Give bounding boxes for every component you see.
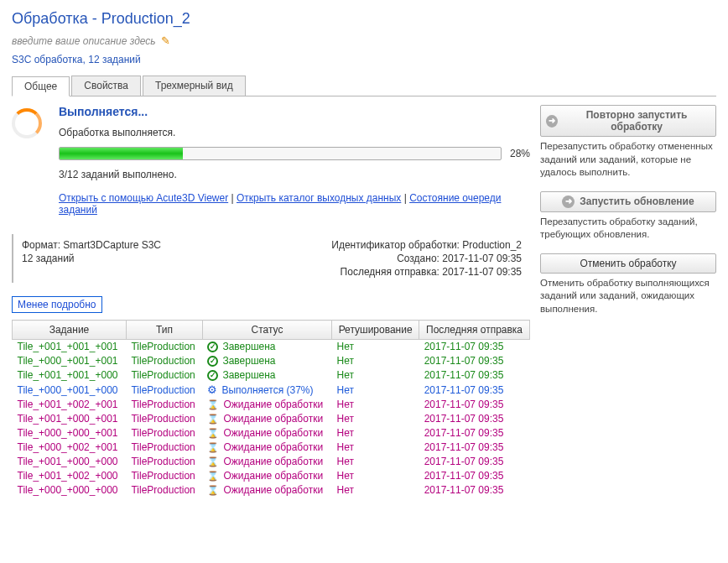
open-viewer-link[interactable]: Открыть с помощью Acute3D Viewer: [59, 192, 228, 204]
cell-status-text: Завершена: [222, 369, 275, 381]
cell-retouch: Нет: [332, 368, 419, 383]
cell-type: TileProduction: [126, 340, 202, 354]
table-row[interactable]: Tile_+001_+002_+001TileProduction⌛Ожидан…: [13, 398, 530, 412]
cell-last-send: 2017-11-07 09:35: [419, 483, 530, 498]
cell-task: Tile_+001_+001_+001: [13, 340, 127, 354]
hourglass-icon: ⌛: [207, 485, 219, 496]
table-row[interactable]: Tile_+001_+001_+001TileProductionЗаверше…: [13, 340, 530, 354]
col-status[interactable]: Статус: [202, 321, 331, 340]
table-row[interactable]: Tile_+000_+001_+001TileProductionЗаверше…: [13, 354, 530, 368]
cell-type: TileProduction: [126, 354, 202, 368]
table-row[interactable]: Tile_+001_+002_+000TileProduction⌛Ожидан…: [13, 469, 530, 483]
cancel-button-label: Отменить обработку: [580, 258, 676, 269]
description-row: введите ваше описание здесь ✎: [12, 34, 716, 47]
cell-status-text: Ожидание обработки: [223, 484, 323, 496]
table-row[interactable]: Tile_+000_+000_+001TileProduction⌛Ожидан…: [13, 426, 530, 440]
cell-status-text: Завершена: [222, 355, 275, 367]
meta-format: Формат: Smart3DCapture S3C: [22, 239, 161, 251]
progress-note: 3/12 заданий выполнено.: [59, 169, 530, 180]
cell-last-send: 2017-11-07 09:35: [419, 440, 530, 455]
edit-description-icon[interactable]: ✎: [161, 34, 170, 47]
cell-status-text: Выполняется (37%): [221, 384, 313, 396]
cell-last-send: 2017-11-07 09:35: [419, 368, 530, 383]
subtitle: S3C обработка, 12 заданий: [12, 54, 716, 65]
cell-retouch: Нет: [332, 354, 419, 368]
cell-task: Tile_+000_+000_+001: [13, 426, 127, 440]
meta-id: Идентификатор обработки: Production_2: [331, 239, 522, 251]
hourglass-icon: ⌛: [207, 456, 219, 467]
cell-status: ⌛Ожидание обработки: [202, 412, 331, 426]
tab-3d-view[interactable]: Трехмерный вид: [143, 76, 246, 96]
link-separator: |: [401, 192, 409, 204]
gear-icon: ⚙: [207, 383, 217, 396]
table-row[interactable]: Tile_+001_+000_+001TileProduction⌛Ожидан…: [13, 412, 530, 426]
table-row[interactable]: Tile_+000_+001_+000TileProduction⚙Выполн…: [13, 383, 530, 398]
cell-retouch: Нет: [332, 483, 419, 498]
cell-type: TileProduction: [126, 398, 202, 412]
meta-last-send: Последняя отправка: 2017-11-07 09:35: [331, 266, 522, 278]
cell-type: TileProduction: [126, 426, 202, 440]
table-row[interactable]: Tile_+001_+000_+000TileProduction⌛Ожидан…: [13, 455, 530, 469]
table-row[interactable]: Tile_+001_+001_+000TileProductionЗаверше…: [13, 368, 530, 383]
cell-status-text: Ожидание обработки: [223, 399, 323, 410]
tab-properties[interactable]: Свойства: [71, 76, 141, 96]
cell-status: ⌛Ожидание обработки: [202, 455, 331, 469]
less-detail-button[interactable]: Менее подробно: [12, 296, 102, 313]
col-retouch[interactable]: Ретуширование: [332, 321, 419, 340]
cell-task: Tile_+001_+000_+001: [13, 412, 127, 426]
hourglass-icon: ⌛: [207, 414, 219, 425]
cell-task: Tile_+000_+000_+000: [13, 483, 127, 498]
update-button[interactable]: ➜ Запустить обновление: [540, 191, 716, 212]
check-circle-icon: [207, 356, 218, 367]
cancel-button[interactable]: Отменить обработку: [540, 253, 716, 274]
update-button-label: Запустить обновление: [580, 195, 694, 207]
restart-button-label: Повторно запустить обработку: [563, 109, 710, 133]
cell-last-send: 2017-11-07 09:35: [419, 340, 530, 354]
col-type[interactable]: Тип: [126, 321, 202, 340]
open-output-link[interactable]: Открыть каталог выходных данных: [237, 192, 401, 204]
cancel-desc: Отменить обработку выполняющихся заданий…: [540, 277, 716, 316]
cell-retouch: Нет: [332, 426, 419, 440]
cell-task: Tile_+001_+002_+001: [13, 398, 127, 412]
cell-status: Завершена: [202, 340, 331, 354]
cell-status: ⚙Выполняется (37%): [202, 383, 331, 398]
table-row[interactable]: Tile_+000_+002_+001TileProduction⌛Ожидан…: [13, 440, 530, 455]
cell-status-text: Ожидание обработки: [223, 470, 323, 482]
cell-status-text: Ожидание обработки: [223, 441, 323, 453]
link-row: Открыть с помощью Acute3D Viewer | Откры…: [59, 192, 530, 216]
cell-retouch: Нет: [332, 440, 419, 455]
cell-retouch: Нет: [332, 455, 419, 469]
cell-type: TileProduction: [126, 469, 202, 483]
meta-created: Создано: 2017-11-07 09:35: [331, 253, 522, 264]
cell-status-text: Ожидание обработки: [223, 427, 323, 439]
col-last-send[interactable]: Последняя отправка: [419, 321, 530, 340]
hourglass-icon: ⌛: [207, 442, 219, 453]
cell-retouch: Нет: [332, 469, 419, 483]
update-desc: Перезапустить обработку заданий, требующ…: [540, 216, 716, 242]
cell-type: TileProduction: [126, 368, 202, 383]
tab-general[interactable]: Общее: [12, 76, 70, 96]
cell-retouch: Нет: [332, 383, 419, 398]
cell-status: ⌛Ожидание обработки: [202, 398, 331, 412]
spinner-icon: [12, 108, 42, 138]
cell-status: Завершена: [202, 368, 331, 383]
meta-block: Формат: Smart3DCapture S3C 12 заданий Ид…: [12, 234, 530, 283]
hourglass-icon: ⌛: [207, 399, 219, 410]
cell-status: ⌛Ожидание обработки: [202, 426, 331, 440]
progress-percent: 28%: [510, 148, 530, 159]
arrow-right-icon: ➜: [562, 195, 575, 208]
description-placeholder[interactable]: введите ваше описание здесь: [12, 35, 156, 47]
cell-task: Tile_+000_+001_+001: [13, 354, 127, 368]
cell-type: TileProduction: [126, 440, 202, 455]
cell-retouch: Нет: [332, 340, 419, 354]
restart-button[interactable]: ➜ Повторно запустить обработку: [540, 105, 716, 137]
status-line: Обработка выполняется.: [59, 127, 530, 138]
col-task[interactable]: Задание: [13, 321, 127, 340]
table-row[interactable]: Tile_+000_+000_+000TileProduction⌛Ожидан…: [13, 483, 530, 498]
status-block: Выполняется... Обработка выполняется. 28…: [12, 105, 530, 226]
cell-type: TileProduction: [126, 455, 202, 469]
cell-retouch: Нет: [332, 398, 419, 412]
cell-status: ⌛Ожидание обработки: [202, 440, 331, 455]
page-title: Обработка - Production_2: [12, 10, 716, 28]
meta-jobs: 12 заданий: [22, 253, 161, 264]
